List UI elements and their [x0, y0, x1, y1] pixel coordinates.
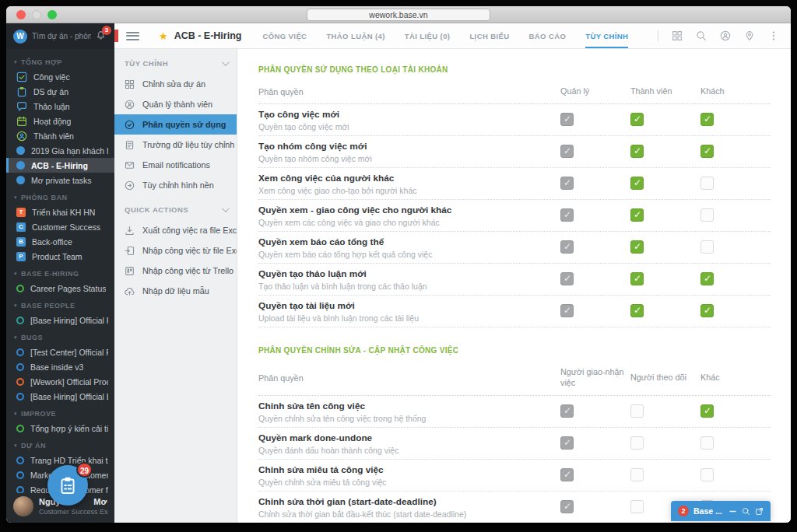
checkbox-empty[interactable] — [630, 500, 644, 513]
checkbox-checked[interactable] — [630, 113, 644, 126]
star-icon[interactable]: ★ — [159, 30, 168, 42]
checkbox-empty[interactable] — [700, 177, 714, 190]
sidebar-item[interactable]: 2019 Gia hạn khách hàng — [6, 143, 114, 158]
permission-desc: Quyền chỉnh sửa miêu tả công việc — [258, 478, 553, 487]
settings-item[interactable]: Nhập dữ liệu mẫu — [114, 281, 237, 301]
sidebar-item[interactable]: TTriển khai KH HN — [6, 205, 114, 219]
sidebar-section-header[interactable]: ▾BUGS — [6, 330, 114, 345]
sidebar-item[interactable]: PProduct Team — [6, 249, 114, 264]
settings-item[interactable]: Trường dữ liệu tùy chỉnh — [114, 135, 237, 155]
minimize-icon[interactable] — [729, 507, 737, 516]
settings-item[interactable]: Nhập công việc từ Trello — [114, 261, 237, 281]
checkbox-cell — [560, 109, 630, 126]
checkbox-checked[interactable] — [630, 240, 644, 254]
settings-section-header[interactable]: TÙY CHỈNH — [114, 49, 237, 74]
sidebar-item[interactable]: Thảo luận — [6, 99, 114, 114]
sidebar-item[interactable]: [Base Hiring] Official Bug Hiri... — [6, 389, 114, 404]
settings-item[interactable]: Chỉnh sửa dự án — [114, 74, 237, 94]
window-titlebar: wework.base.vn — [6, 6, 791, 23]
settings-item[interactable]: Nhập công việc từ file Excel — [114, 240, 237, 261]
sidebar-item[interactable]: Career Pages Status — [6, 281, 114, 296]
tab-t-i-li-u-0[interactable]: TÀI LIỆU (0) — [405, 23, 451, 48]
checkbox-checked[interactable] — [700, 304, 714, 317]
checkbox-disabled — [560, 404, 574, 418]
checkbox-checked[interactable] — [630, 208, 644, 222]
checkbox-empty[interactable] — [630, 436, 644, 450]
checkbox-cell — [630, 401, 700, 418]
checkbox-empty[interactable] — [700, 240, 714, 254]
zoom-window-button[interactable] — [47, 10, 57, 19]
sidebar-section-header[interactable]: ▾BASE E-HIRING — [6, 266, 114, 281]
sidebar-item[interactable]: Thành viên — [6, 128, 114, 143]
sidebar-item[interactable]: Tổng hợp ý kiến cải tiến Bas... — [6, 421, 114, 436]
sidebar-item[interactable]: Hoạt động — [6, 114, 114, 128]
settings-item[interactable]: Phân quyền sử dụng — [114, 114, 237, 135]
sidebar-section-header[interactable]: ▾TỔNG HỢP — [6, 54, 114, 69]
tab-l-ch-bi-u[interactable]: LỊCH BIỂU — [469, 23, 509, 48]
close-window-button[interactable] — [16, 10, 26, 19]
checkbox-empty[interactable] — [700, 468, 714, 481]
hamburger-menu-icon[interactable] — [126, 30, 139, 42]
notifications-button[interactable]: 3 — [96, 30, 108, 43]
search-icon[interactable] — [696, 30, 707, 41]
sidebar-item[interactable]: ACB - E-Hiring — [6, 158, 114, 173]
settings-item-label: Email notifications — [142, 160, 210, 170]
permission-desc: Tạo thảo luận và bình luận trong các thả… — [258, 282, 553, 291]
checkbox-cell — [700, 173, 771, 190]
settings-item[interactable]: Quản lý thành viên — [114, 94, 237, 114]
download-icon — [125, 226, 135, 236]
checkbox-checked[interactable] — [700, 145, 714, 158]
settings-item[interactable]: Tùy chỉnh hình nền — [114, 175, 237, 195]
checkbox-empty[interactable] — [700, 436, 714, 450]
support-icon[interactable] — [720, 30, 731, 41]
sidebar-section-header[interactable]: ▾IMPROVE — [6, 406, 114, 421]
apps-grid-icon[interactable] — [672, 30, 683, 41]
sidebar-section-header[interactable]: ▾BASE PEOPLE — [6, 298, 114, 313]
project-title: ACB - E-Hiring — [174, 30, 242, 41]
settings-section-header[interactable]: QUICK ACTIONS — [114, 195, 237, 220]
sidebar-item[interactable]: Công việc — [6, 69, 114, 84]
sidebar-item-label: Công việc — [33, 72, 70, 82]
checkbox-checked[interactable] — [700, 404, 714, 418]
sidebar-item[interactable]: [Wework] Official Product De... — [6, 374, 114, 389]
project-search-input[interactable]: Tìm dự án - phòng ban — [32, 32, 91, 40]
sidebar-item[interactable]: Mơ private tasks — [6, 173, 114, 187]
sidebar-section-header[interactable]: ▾PHÒNG BAN — [6, 190, 114, 205]
settings-item[interactable]: Email notifications — [114, 155, 237, 175]
quick-task-floating-button[interactable]: 29 — [47, 465, 88, 506]
tab-t-y-ch-nh[interactable]: TÙY CHỈNH — [585, 23, 628, 48]
sidebar-item-label: Customer Success — [32, 222, 100, 232]
sidebar-section-header[interactable]: ▾DỰ ÁN — [6, 438, 114, 453]
sidebar-item[interactable]: DS dự án — [6, 84, 114, 99]
checkbox-checked[interactable] — [630, 272, 644, 285]
checkbox-empty[interactable] — [630, 404, 644, 418]
tab-b-o-c-o[interactable]: BÁO CÁO — [529, 23, 567, 48]
checkbox-checked[interactable] — [630, 145, 644, 158]
sidebar-item[interactable]: [Test Center] Official Project — [6, 345, 114, 359]
sidebar-item[interactable]: BBack-office — [6, 234, 114, 249]
tab-c-ng-vi-c[interactable]: CÔNG VIỆC — [262, 23, 307, 48]
checkbox-checked[interactable] — [630, 304, 644, 317]
checkbox-checked[interactable] — [630, 177, 644, 190]
checkbox-checked[interactable] — [700, 272, 714, 285]
checkbox-cell — [700, 401, 771, 418]
minimize-window-button[interactable] — [32, 10, 41, 19]
popout-icon[interactable] — [755, 507, 764, 516]
settings-item[interactable]: Xuất công việc ra file Excel — [114, 220, 237, 240]
location-pin-icon[interactable] — [744, 30, 755, 41]
checkbox-empty[interactable] — [700, 208, 714, 222]
sidebar-item[interactable]: Base inside v3 — [6, 359, 114, 374]
sidebar-item[interactable]: Trang HD Triển khai trên We... — [6, 453, 114, 467]
project-header: ★ ACB - E-Hiring CÔNG VIỆCTHẢO LUẬN (4)T… — [114, 23, 791, 49]
sidebar-item[interactable]: CCustomer Success — [6, 219, 114, 234]
address-bar[interactable]: wework.base.vn — [307, 9, 490, 21]
permission-cell: Tạo công việc mớiQuyền tạo công việc mới — [258, 109, 560, 131]
sidebar-item[interactable]: [Base Hiring] Official Product... — [6, 313, 114, 327]
checkbox-empty[interactable] — [630, 468, 644, 481]
permissions-table: PHÂN QUYỀN CHỈNH SỬA - CẬP NHẬT CÔNG VIỆ… — [258, 346, 771, 523]
tab-th-o-lu-n-4[interactable]: THẢO LUẬN (4) — [326, 23, 384, 48]
chat-widget[interactable]: 2 Base ... — [671, 501, 771, 521]
chat-search-icon[interactable] — [742, 507, 750, 516]
kebab-menu-icon[interactable] — [768, 30, 779, 41]
checkbox-checked[interactable] — [700, 113, 714, 126]
